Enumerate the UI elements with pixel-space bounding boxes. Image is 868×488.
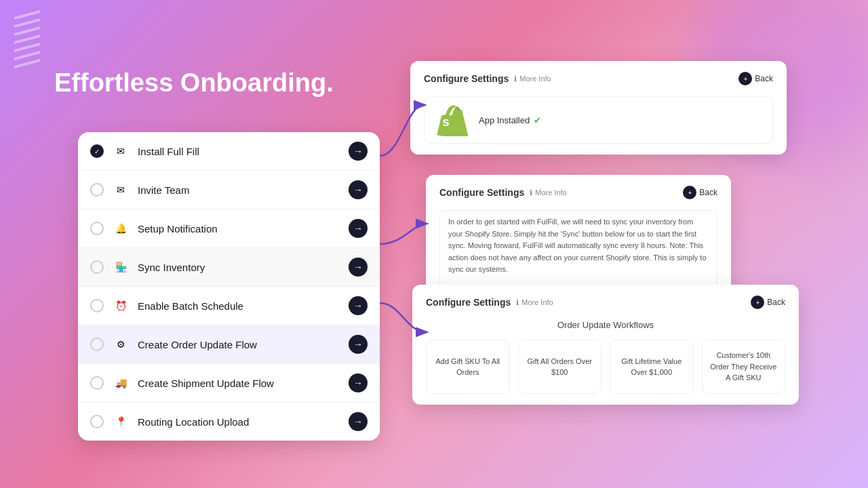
arrow-btn-notification[interactable]: →: [349, 219, 368, 238]
back-circle-3: +: [751, 296, 764, 309]
check-circle-batch: [90, 299, 104, 312]
config-header-3: Configure Settings ℹ More Info + Back: [426, 296, 785, 309]
config-title-3: Configure Settings: [426, 297, 511, 308]
workflow-card-3[interactable]: Customer's 10th Order They Receive A Gif…: [702, 340, 786, 394]
workflow-card-2[interactable]: Gift Lifetime Value Over $1,000: [610, 340, 694, 394]
check-circle-shipment: [90, 376, 104, 390]
decorative-lines: [14, 14, 41, 65]
more-info-1[interactable]: ℹ More Info: [514, 75, 551, 83]
truck-icon: 🚚: [112, 374, 130, 392]
item-label-routing: Routing Location Upload: [138, 416, 340, 428]
pin-icon: 📍: [112, 413, 130, 430]
check-circle-order: [90, 338, 104, 351]
config-panel-1: Configure Settings ℹ More Info + Back s …: [410, 61, 787, 155]
config-title-2: Configure Settings: [439, 187, 524, 198]
item-label-install: Install Full Fill: [138, 146, 340, 157]
item-label-batch: Enable Batch Schedule: [138, 300, 340, 312]
info-icon-2: ℹ: [530, 188, 532, 197]
config-header-2: Configure Settings ℹ More Info + Back: [439, 186, 717, 199]
svg-text:s: s: [442, 115, 449, 129]
app-installed-row: s App Installed ✔: [424, 96, 773, 144]
checklist-panel: ✓ ✉ Install Full Fill → ✉ Invite Team → …: [78, 132, 380, 441]
arrow-btn-batch[interactable]: →: [349, 296, 368, 315]
more-info-2[interactable]: ℹ More Info: [530, 188, 566, 197]
check-circle-routing: [90, 415, 104, 428]
gear-icon: ⚙: [112, 336, 130, 353]
config-header-1: Configure Settings ℹ More Info + Back: [424, 72, 773, 85]
checklist-item-shipment[interactable]: 🚚 Create Shipment Update Flow →: [78, 364, 380, 403]
check-circle-notification: [90, 222, 104, 235]
workflow-cards: Add Gift SKU To All Orders Gift All Orde…: [426, 340, 785, 394]
back-btn-1[interactable]: + Back: [738, 72, 773, 85]
arrow-btn-order[interactable]: →: [349, 335, 368, 354]
workflow-title: Order Update Workflows: [426, 320, 785, 330]
back-btn-3[interactable]: + Back: [751, 296, 785, 309]
page-heading: Effortless Onboarding.: [54, 68, 334, 99]
check-circle-invite: [90, 183, 104, 197]
shopify-logo: s: [435, 104, 468, 136]
arrow-btn-shipment[interactable]: →: [349, 373, 368, 392]
envelope-icon: ✉: [112, 142, 130, 160]
checklist-item-routing[interactable]: 📍 Routing Location Upload →: [78, 403, 380, 441]
back-circle-2: +: [683, 186, 696, 199]
item-label-sync: Sync Inventory: [138, 262, 340, 273]
back-circle-1: +: [738, 72, 752, 85]
clock-icon: ⏰: [112, 297, 130, 314]
item-label-shipment: Create Shipment Update Flow: [138, 378, 340, 389]
arrow-btn-sync[interactable]: →: [349, 258, 368, 277]
item-label-notification: Setup Notification: [138, 223, 340, 235]
config-title-1: Configure Settings: [424, 73, 509, 84]
info-icon-1: ℹ: [514, 75, 517, 83]
back-btn-2[interactable]: + Back: [683, 186, 717, 199]
checklist-item-notification[interactable]: 🔔 Setup Notification →: [78, 209, 380, 248]
workflow-card-1[interactable]: Gift All Orders Over $100: [518, 340, 602, 394]
mail-icon: ✉: [112, 181, 130, 199]
config-panel-3: Configure Settings ℹ More Info + Back Or…: [412, 285, 799, 405]
checklist-item-batch[interactable]: ⏰ Enable Batch Schedule →: [78, 287, 380, 325]
app-installed-text: App Installed ✔: [479, 115, 541, 125]
check-circle-install: ✓: [90, 144, 104, 158]
store-icon: 🏪: [112, 258, 130, 276]
arrow-btn-install[interactable]: →: [349, 142, 368, 161]
item-label-invite: Invite Team: [138, 184, 340, 196]
more-info-3[interactable]: ℹ More Info: [516, 298, 553, 307]
check-circle-sync: [90, 260, 104, 274]
checklist-item-install[interactable]: ✓ ✉ Install Full Fill →: [78, 132, 380, 171]
bell-icon: 🔔: [112, 220, 130, 237]
checklist-item-sync[interactable]: 🏪 Sync Inventory →: [78, 248, 380, 287]
workflow-card-0[interactable]: Add Gift SKU To All Orders: [426, 340, 510, 394]
checklist-item-order[interactable]: ⚙ Create Order Update Flow →: [78, 325, 380, 364]
arrow-btn-routing[interactable]: →: [349, 412, 368, 431]
checklist-item-invite[interactable]: ✉ Invite Team →: [78, 171, 380, 209]
arrow-btn-invite[interactable]: →: [349, 180, 368, 199]
check-icon: ✔: [534, 115, 541, 125]
info-icon-3: ℹ: [516, 298, 519, 307]
item-label-order: Create Order Update Flow: [138, 339, 340, 350]
